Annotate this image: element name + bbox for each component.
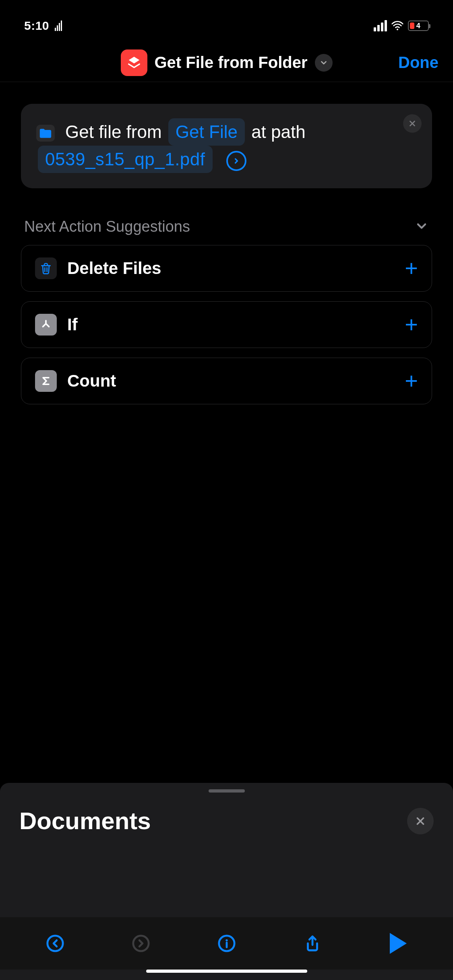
redo-button xyxy=(130,933,151,954)
branch-icon xyxy=(35,314,57,336)
action-text-mid1: at xyxy=(251,122,266,142)
status-right: 4 xyxy=(374,19,429,32)
info-button[interactable] xyxy=(216,933,237,954)
delete-action-button[interactable] xyxy=(403,114,422,133)
sheet-title: Documents xyxy=(19,807,151,835)
param-path[interactable]: 0539_s15_qp_1.pdf xyxy=(38,146,213,173)
share-button[interactable] xyxy=(302,933,323,954)
svg-point-0 xyxy=(397,29,398,30)
status-bar: 5:10 4 xyxy=(0,8,453,43)
home-indicator[interactable] xyxy=(146,970,307,973)
trash-icon xyxy=(35,257,57,279)
suggestion-delete-files[interactable]: Delete Files + xyxy=(21,245,432,292)
battery-level: 4 xyxy=(409,22,428,30)
action-get-file-from-folder[interactable]: Get file from Get File at path 0539_s15_… xyxy=(21,104,432,188)
suggestions-section: Next Action Suggestions Delete Files + I… xyxy=(21,218,432,414)
sheet-close-button[interactable] xyxy=(407,808,434,834)
add-suggestion-button[interactable]: + xyxy=(405,257,418,280)
collapse-suggestions-button[interactable] xyxy=(414,219,429,235)
battery-icon: 4 xyxy=(408,21,429,31)
expand-action-button[interactable] xyxy=(226,151,246,171)
status-left: 5:10 xyxy=(24,19,62,33)
svg-point-4 xyxy=(225,939,228,941)
done-button[interactable]: Done xyxy=(398,54,439,72)
cellular-icon xyxy=(374,20,387,31)
svg-point-2 xyxy=(133,936,148,951)
bottom-sheet[interactable]: Documents xyxy=(0,783,453,980)
books-icon xyxy=(55,21,62,31)
play-icon xyxy=(390,933,407,954)
suggestion-if[interactable]: If + xyxy=(21,301,432,348)
shortcuts-icon xyxy=(120,49,147,76)
undo-button[interactable] xyxy=(45,933,66,954)
editor-content: Get file from Get File at path 0539_s15_… xyxy=(0,82,453,783)
svg-point-1 xyxy=(47,936,62,951)
run-button[interactable] xyxy=(388,933,409,954)
wifi-icon xyxy=(391,19,404,32)
sigma-icon xyxy=(35,370,57,392)
toolbar xyxy=(0,917,453,970)
suggestions-title: Next Action Suggestions xyxy=(24,218,190,235)
action-text-pre: Get file from xyxy=(65,122,162,142)
status-time: 5:10 xyxy=(24,19,49,33)
action-text-mid2: path xyxy=(271,122,306,142)
add-suggestion-button[interactable]: + xyxy=(405,313,418,336)
suggestion-count[interactable]: Count + xyxy=(21,358,432,404)
folder-icon xyxy=(36,125,55,142)
suggestion-label: Delete Files xyxy=(67,259,394,278)
sheet-grabber[interactable] xyxy=(209,789,245,793)
add-suggestion-button[interactable]: + xyxy=(405,370,418,392)
title-options-button[interactable] xyxy=(315,54,333,72)
suggestion-label: If xyxy=(67,315,394,334)
nav-header: Get File from Folder Done xyxy=(0,43,453,82)
suggestion-label: Count xyxy=(67,371,394,391)
page-title: Get File from Folder xyxy=(154,54,307,72)
param-source[interactable]: Get File xyxy=(168,118,245,146)
